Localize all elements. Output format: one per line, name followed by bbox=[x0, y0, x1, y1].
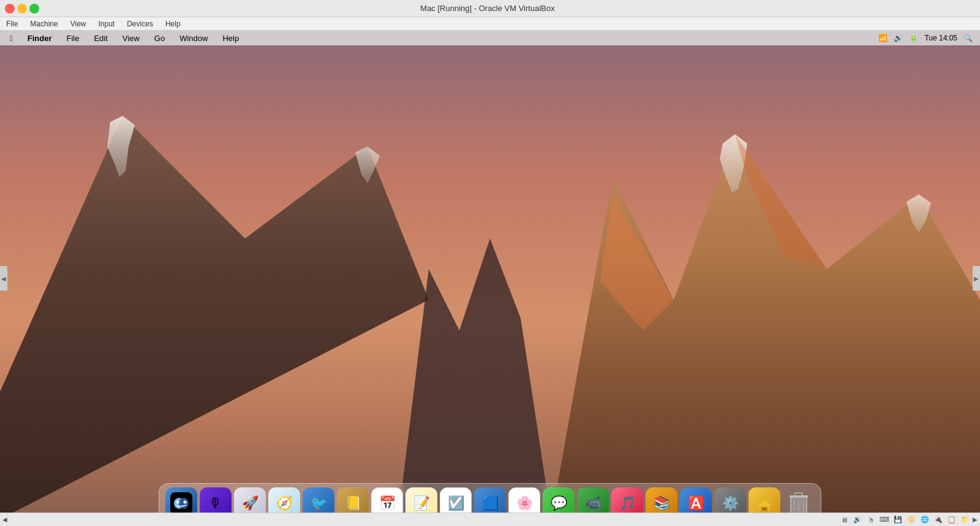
statusbar-scroll-left[interactable]: ◀ bbox=[2, 516, 7, 523]
statusbar-icon-8[interactable]: 🔌 bbox=[933, 515, 943, 525]
statusbar-icon-10[interactable]: 📁 bbox=[960, 515, 970, 525]
finder-icon bbox=[170, 492, 192, 514]
reminders-icon: ☑️ bbox=[448, 495, 464, 511]
installer-icon bbox=[753, 492, 775, 514]
statusbar-icons: 🖥 🔊 🖱 ⌨ 💾 📀 🌐 🔌 📋 📁 bbox=[839, 515, 970, 525]
statusbar-icon-2[interactable]: 🔊 bbox=[853, 515, 862, 525]
menubar-time: Tue 14:05 bbox=[924, 34, 957, 42]
vbox-menu-file[interactable]: File bbox=[2, 18, 21, 29]
photos-icon: 🌸 bbox=[516, 495, 533, 511]
vm-content-area:  Finder File Edit View Go Window Help 📶… bbox=[0, 31, 980, 526]
vbox-menu-help[interactable]: Help bbox=[162, 18, 184, 29]
vbox-statusbar: ◀ 🖥 🔊 🖱 ⌨ 💾 📀 🌐 🔌 📋 📁 ▶ bbox=[0, 513, 980, 526]
edit-menu[interactable]: Edit bbox=[91, 32, 110, 44]
window-menu[interactable]: Window bbox=[177, 32, 210, 44]
svg-point-39 bbox=[179, 498, 189, 509]
vbox-maximize-button[interactable] bbox=[29, 4, 39, 13]
vbox-menu-machine[interactable]: Machine bbox=[26, 18, 61, 29]
vbox-menu-view[interactable]: View bbox=[67, 18, 90, 29]
vbox-menu-input[interactable]: Input bbox=[95, 18, 119, 29]
facetime-icon: 📹 bbox=[585, 495, 601, 511]
go-menu[interactable]: Go bbox=[152, 32, 167, 44]
menubar-volume: 🔊 bbox=[894, 34, 903, 42]
desktop-svg bbox=[0, 31, 980, 513]
vbox-menubar: File Machine View Input Devices Help bbox=[0, 17, 980, 31]
blue-app-icon: 🟦 bbox=[482, 495, 499, 511]
finder-menu[interactable]: Finder bbox=[25, 32, 55, 44]
svg-line-53 bbox=[803, 500, 804, 511]
vbox-minimize-button[interactable] bbox=[17, 4, 27, 13]
statusbar-icon-6[interactable]: 📀 bbox=[907, 515, 916, 525]
statusbar-icon-9[interactable]: 📋 bbox=[947, 515, 957, 525]
launchpad-icon: 🚀 bbox=[242, 495, 258, 511]
calendar-icon: 📅 bbox=[379, 495, 396, 511]
menubar-wifi: 📶 bbox=[878, 34, 888, 42]
help-menu[interactable]: Help bbox=[220, 32, 241, 44]
file-menu[interactable]: File bbox=[64, 32, 81, 44]
vm-right-resize[interactable]: ▶ bbox=[973, 266, 980, 291]
vbox-window-controls bbox=[0, 4, 44, 13]
statusbar-icon-7[interactable]: 🌐 bbox=[920, 515, 930, 525]
menubar-search[interactable]: 🔍 bbox=[963, 34, 973, 42]
vbox-titlebar: Mac [Running] - Oracle VM VirtualBox bbox=[0, 0, 980, 17]
sysprefs-icon: ⚙️ bbox=[722, 495, 739, 511]
statusbar-icon-5[interactable]: 💾 bbox=[893, 515, 903, 525]
macos-desktop bbox=[0, 31, 980, 513]
siri-icon: 🎙 bbox=[209, 495, 222, 511]
vbox-title: Mac [Running] - Oracle VM VirtualBox bbox=[44, 4, 931, 13]
svg-line-51 bbox=[794, 500, 794, 511]
apple-menu[interactable]:  bbox=[7, 32, 15, 44]
statusbar-icon-3[interactable]: 🖱 bbox=[866, 515, 876, 525]
messages-icon: 💬 bbox=[551, 495, 567, 511]
svg-rect-50 bbox=[795, 493, 802, 496]
view-menu[interactable]: View bbox=[120, 32, 142, 44]
statusbar-icon-1[interactable]: 🖥 bbox=[839, 515, 849, 525]
books-icon: 📚 bbox=[654, 495, 670, 511]
statusbar-icon-4[interactable]: ⌨ bbox=[880, 515, 889, 525]
vbox-close-button[interactable] bbox=[5, 4, 15, 13]
svg-point-41 bbox=[184, 501, 187, 504]
safari-icon: 🧭 bbox=[276, 495, 293, 511]
vbox-menu-devices[interactable]: Devices bbox=[123, 18, 157, 29]
contacts-icon: 📒 bbox=[345, 495, 361, 511]
notes-icon: 📝 bbox=[413, 495, 430, 511]
statusbar-scroll-right[interactable]: ▶ bbox=[973, 516, 978, 523]
tweetbot-icon: 🐦 bbox=[311, 495, 327, 511]
svg-point-40 bbox=[176, 501, 179, 504]
music-icon: 🎵 bbox=[619, 495, 636, 511]
macos-inner-menubar:  Finder File Edit View Go Window Help 📶… bbox=[0, 31, 980, 45]
svg-rect-46 bbox=[763, 508, 766, 511]
menubar-right: 📶 🔊 🔋 Tue 14:05 🔍 bbox=[878, 34, 973, 42]
vm-left-resize[interactable]: ◀ bbox=[0, 266, 7, 291]
menubar-battery: 🔋 bbox=[909, 34, 918, 42]
appstore-icon: 🅰️ bbox=[688, 495, 704, 511]
